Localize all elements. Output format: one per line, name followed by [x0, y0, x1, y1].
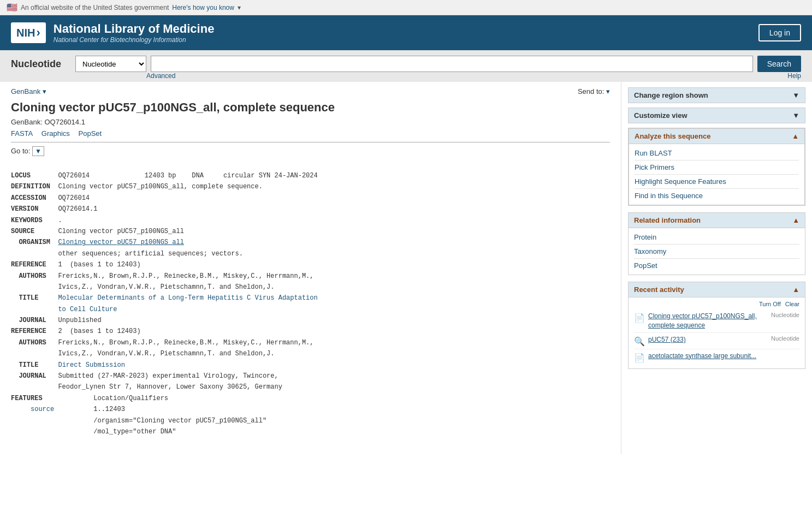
document-icon-3: 📄	[634, 353, 645, 363]
goto-row: Go to: ▼	[11, 147, 610, 155]
recent-badge-1: Nucleotide	[771, 312, 799, 318]
genbank-link[interactable]: GenBank	[11, 87, 40, 96]
popset-link[interactable]: PopSet	[79, 129, 102, 138]
authors2-value: Frericks,N., Brown,R.J.P., Reinecke,B.M.…	[58, 339, 313, 347]
analyze-body: Run BLAST Pick Primers Highlight Sequenc…	[629, 144, 805, 205]
header-titles: National Library of Medicine National Ce…	[54, 22, 215, 44]
customize-view-label: Customize view	[634, 111, 687, 120]
nih-text: NIH	[16, 27, 35, 39]
locus-value: OQ726014 12403 bp DNA circular SYN 24-JA…	[58, 172, 317, 180]
customize-view-header[interactable]: Customize view ▼	[629, 108, 805, 123]
send-to: Send to: ▾	[578, 87, 610, 96]
related-body: Protein Taxonomy PopSet	[628, 228, 805, 275]
source-moltype-q: /mol_type="other DNA"	[93, 428, 176, 436]
popset-related-link[interactable]: PopSet	[634, 260, 799, 271]
genbank-label: GenBank:	[11, 118, 43, 126]
change-region-caret: ▼	[792, 91, 799, 99]
advanced-link[interactable]: Advanced	[146, 72, 175, 80]
nih-logo: NIH ›	[11, 22, 46, 43]
authors2-label: AUTHORS	[19, 339, 46, 347]
protein-link[interactable]: Protein	[634, 231, 799, 243]
search-button[interactable]: Search	[757, 56, 801, 72]
keywords-value: .	[58, 217, 62, 224]
divider-highlight	[635, 188, 799, 189]
search-input[interactable]	[151, 56, 753, 72]
features-sublabel: Location/Qualifiers	[93, 395, 168, 402]
genbank-nav: GenBank ▾	[11, 87, 46, 96]
recent-title-2[interactable]: pUC57 (233)	[648, 336, 686, 343]
source-feat-label: source	[31, 406, 54, 413]
sidebar: Change region shown ▼ Customize view ▼ A…	[621, 82, 812, 454]
ref1-label: REFERENCE	[11, 261, 46, 269]
definition-value: Cloning vector pUC57_p100NGS_all, comple…	[58, 183, 262, 190]
source-value: Cloning vector pUC57_p100NGS_all	[58, 228, 183, 235]
analyze-header-caret: ▲	[792, 132, 799, 140]
help-link[interactable]: Help	[787, 72, 801, 80]
authors2-cont: Ivics,Z., Vondran,V.W.R., Pietschamnn,T.…	[58, 350, 274, 358]
clear-link[interactable]: Clear	[785, 301, 799, 307]
database-select[interactable]: Nucleotide Gene Protein PubMed Structure	[75, 56, 146, 72]
recent-text-1: Nucleotide Cloning vector pUC57_p100NGS_…	[648, 312, 799, 330]
source-feat-loc: 1..12403	[93, 406, 125, 413]
title2-label: TITLE	[19, 361, 38, 369]
journal2-label: JOURNAL	[19, 372, 46, 380]
find-in-sequence-link[interactable]: Find in this Sequence	[635, 190, 799, 201]
recent-activity-caret: ▲	[792, 285, 799, 294]
header-left: NIH › National Library of Medicine Natio…	[11, 22, 214, 44]
fasta-link[interactable]: FASTA	[11, 129, 33, 138]
dropdown-icon: ▾	[238, 4, 241, 11]
graphics-link[interactable]: Graphics	[42, 129, 70, 138]
keywords-label: KEYWORDS	[11, 217, 43, 224]
search-icon-2: 🔍	[634, 336, 645, 347]
recent-title-3[interactable]: acetolactate synthase large subunit...	[648, 352, 756, 360]
pick-primers-link[interactable]: Pick Primers	[635, 162, 799, 173]
main-layout: GenBank ▾ Send to: ▾ Cloning vector pUC5…	[0, 82, 812, 454]
related-header[interactable]: Related information ▲	[628, 212, 805, 228]
recent-item-2: 🔍 Nucleotide pUC57 (233)	[634, 333, 799, 349]
genbank-dropdown-icon[interactable]: ▾	[43, 87, 46, 96]
recent-text-3: acetolactate synthase large subunit...	[648, 352, 799, 361]
title1-cont: to Cell Culture	[58, 306, 117, 313]
change-region-header[interactable]: Change region shown ▼	[629, 88, 805, 103]
recent-item-1: 📄 Nucleotide Cloning vector pUC57_p100NG…	[634, 309, 799, 333]
recent-text-2: Nucleotide pUC57 (233)	[648, 335, 799, 344]
analyze-header-label: Analyze this sequence	[635, 132, 710, 140]
highlight-features-link[interactable]: Highlight Sequence Features	[635, 176, 799, 187]
recent-activity-header[interactable]: Recent activity ▲	[628, 282, 805, 297]
journal2-value: Submitted (27-MAR-2023) experimental Vir…	[58, 372, 278, 380]
send-to-dropdown-icon[interactable]: ▾	[606, 87, 610, 96]
gov-text: An official website of the United States…	[21, 4, 169, 11]
goto-dropdown[interactable]: ▼	[32, 146, 44, 156]
document-icon-1: 📄	[634, 313, 645, 323]
divider-primers	[635, 174, 799, 175]
related-header-caret: ▲	[792, 216, 799, 224]
source-organism-q: /organism="Cloning vector pUC57_p100NGS_…	[93, 417, 266, 425]
goto-label: Go to:	[11, 147, 30, 155]
content-area: GenBank ▾ Send to: ▾ Cloning vector pUC5…	[0, 82, 621, 454]
search-bar: Nucleotide Nucleotide Gene Protein PubMe…	[0, 50, 812, 82]
record-title: Cloning vector pUC57_p100NGS_all, comple…	[11, 100, 610, 116]
ref2-label: REFERENCE	[11, 327, 46, 335]
heres-how-link[interactable]: Here's how you know	[172, 4, 234, 11]
nih-arrow-icon: ›	[36, 26, 40, 40]
ref1-num: 1 (bases 1 to 12403)	[58, 261, 140, 269]
version-value: OQ726014.1	[58, 205, 97, 213]
related-header-label: Related information	[634, 216, 701, 224]
definition-label: DEFINITION	[11, 183, 50, 190]
recent-controls: Turn Off Clear	[634, 301, 799, 307]
recent-title-1[interactable]: Cloning vector pUC57_p100NGS_all, comple…	[648, 312, 757, 329]
site-subtitle: National Center for Biotechnology Inform…	[54, 36, 215, 44]
recent-badge-2: Nucleotide	[771, 335, 799, 342]
recent-activity-panel: Recent activity ▲ Turn Off Clear 📄 Nucle…	[628, 282, 805, 369]
taxonomy-link[interactable]: Taxonomy	[634, 246, 799, 257]
organism-label: ORGANISM	[19, 239, 50, 246]
turn-off-link[interactable]: Turn Off	[759, 301, 781, 307]
record-links: FASTA Graphics PopSet	[11, 129, 610, 138]
divider	[11, 142, 610, 142]
authors1-cont: Ivics,Z., Vondran,V.W.R., Pietschamnn,T.…	[58, 283, 274, 291]
analyze-header[interactable]: Analyze this sequence ▲	[629, 128, 805, 144]
customize-view-panel: Customize view ▼	[628, 108, 805, 123]
organism-link[interactable]: Cloning vector pUC57_p100NGS_all	[58, 239, 183, 246]
login-button[interactable]: Log in	[758, 24, 801, 41]
run-blast-link[interactable]: Run BLAST	[635, 147, 799, 159]
